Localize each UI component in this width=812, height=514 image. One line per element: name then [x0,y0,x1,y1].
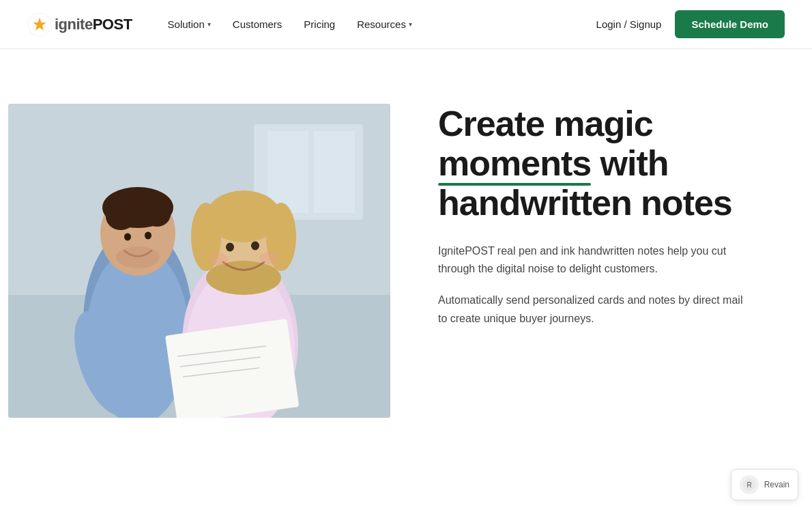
revain-label: Revain [764,480,789,489]
svg-point-28 [259,252,278,264]
svg-point-24 [206,261,281,295]
svg-point-14 [124,233,131,241]
svg-point-27 [209,253,228,266]
svg-point-25 [226,243,234,252]
hero-section: Create magic moments with handwritten no… [0,49,812,513]
nav-resources[interactable]: Resources ▾ [349,13,420,35]
nav-links: Solution ▾ Customers Pricing Resources ▾ [160,13,596,35]
logo-icon [27,12,52,37]
moments-word: moments [438,143,591,183]
logo[interactable]: ignitePOST [27,12,132,37]
svg-point-15 [145,232,151,240]
schedule-demo-button[interactable]: Schedule Demo [675,10,785,38]
login-signup-link[interactable]: Login / Signup [596,18,662,30]
nav-solution[interactable]: Solution ▾ [160,13,219,35]
svg-rect-29 [165,319,299,418]
hero-image [8,104,390,418]
nav-right: Login / Signup Schedule Demo [596,10,785,38]
navbar: ignitePOST Solution ▾ Customers Pricing … [0,0,812,49]
nav-pricing[interactable]: Pricing [295,13,343,35]
revain-icon: R [740,475,759,494]
hero-content: Create magic moments with handwritten no… [390,90,812,341]
resources-chevron-icon: ▾ [409,20,412,28]
svg-point-13 [143,202,171,227]
hero-subtext-1: IgnitePOST real pen and ink handwritten … [438,242,752,279]
nav-customers[interactable]: Customers [224,13,291,35]
hero-heading: Create magic moments with handwritten no… [438,104,771,223]
svg-text:R: R [746,481,751,489]
svg-point-26 [251,242,259,251]
revain-badge[interactable]: R Revain [731,469,798,500]
solution-chevron-icon: ▾ [207,20,211,28]
logo-text: ignitePOST [55,16,132,33]
svg-rect-6 [267,131,308,213]
hero-illustration [8,104,390,418]
svg-rect-7 [314,131,355,213]
hero-image-wrap [8,104,390,418]
svg-point-12 [106,203,136,230]
hero-subtext-2: Automatically send personalized cards an… [438,291,752,328]
svg-point-16 [116,246,160,268]
